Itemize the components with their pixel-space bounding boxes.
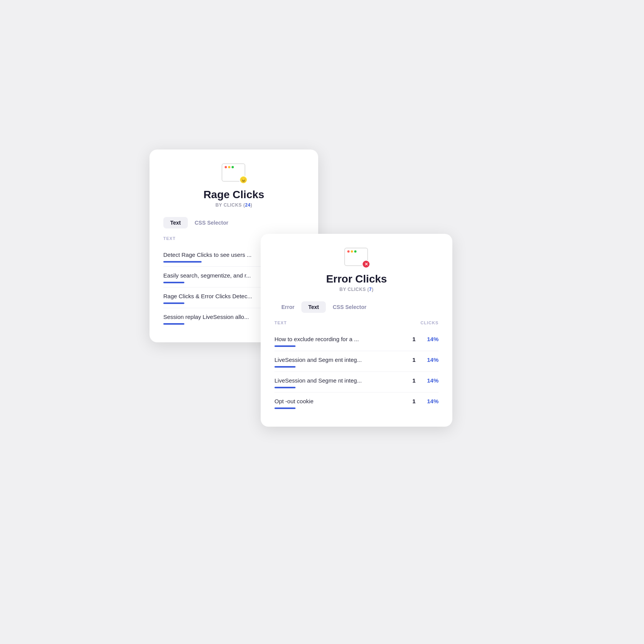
rage-tab-css[interactable]: CSS Selector [188,217,235,228]
item-count: 1 [412,377,416,384]
error-card-subtitle: BY CLICKS (7) [340,287,374,292]
item-text: Detect Rage Clicks to see users ... [163,251,251,258]
item-row: Opt -out cookie 1 14% [274,398,439,404]
dot-green [232,166,234,168]
error-clicks-card: ✕ Error Clicks BY CLICKS (7) Error Text … [261,234,452,427]
item-pct: 14% [423,356,439,363]
item-text: Rage Clicks & Error Clicks Detec... [163,293,252,299]
rage-click-count: 24 [245,202,250,208]
rage-tab-row: Text CSS Selector [163,217,304,228]
error-card-title: Error Clicks [326,273,387,285]
scene: 😠 Rage Clicks BY CLICKS (24) Text CSS Se… [150,150,495,495]
dot-yellow [351,250,353,253]
rage-card-subtitle: BY CLICKS (24) [215,202,252,208]
error-tab-row: Error Text CSS Selector [274,301,439,313]
rage-card-title: Rage Clicks [204,189,264,201]
dot-yellow [228,166,230,168]
progress-track [274,407,439,409]
rage-icon: 😠 [222,163,246,183]
rage-tab-text[interactable]: Text [163,217,188,228]
col-text-label: TEXT [274,320,287,325]
item-pct: 14% [423,377,439,384]
error-tab-text[interactable]: Text [301,301,326,313]
list-item: Opt -out cookie 1 14% [274,393,439,413]
progress-fill [163,261,202,263]
progress-fill [163,282,184,283]
dot-red [347,250,350,253]
col-clicks-label: CLICKS [421,320,439,325]
progress-fill [163,302,184,304]
item-row: LiveSession and Segm ent integ... 1 14% [274,356,439,363]
progress-track [274,345,439,347]
list-item: LiveSession and Segme nt integ... 1 14% [274,372,439,393]
item-pct: 14% [423,336,439,342]
item-row: LiveSession and Segme nt integ... 1 14% [274,377,439,384]
error-card-header: ✕ Error Clicks BY CLICKS (7) [274,248,439,292]
item-count: 1 [412,398,416,404]
item-text: LiveSession and Segm ent integ... [274,356,405,363]
error-click-count: 7 [369,287,372,292]
dot-red [225,166,227,168]
item-text: Easily search, segmentize, and r... [163,272,251,279]
item-row: How to exclude recording for a ... 1 14% [274,336,439,342]
error-x-badge: ✕ [362,260,370,268]
rage-emoji-badge: 😠 [239,176,248,184]
error-icon: ✕ [344,248,369,268]
item-text: Session replay LiveSession allo... [163,314,249,320]
progress-fill [163,323,184,325]
item-text: LiveSession and Segme nt integ... [274,377,405,384]
progress-fill [274,345,296,347]
item-text: Opt -out cookie [274,398,405,404]
error-columns-header: TEXT CLICKS [274,320,439,325]
progress-fill [274,407,296,409]
dot-green [354,250,356,253]
rage-card-header: 😠 Rage Clicks BY CLICKS (24) [163,163,304,208]
error-tab-error[interactable]: Error [274,301,301,313]
list-item: LiveSession and Segm ent integ... 1 14% [274,351,439,372]
item-count: 1 [412,336,416,342]
item-count: 1 [412,356,416,363]
error-tab-css[interactable]: CSS Selector [326,301,373,313]
item-pct: 14% [423,398,439,404]
list-item: How to exclude recording for a ... 1 14% [274,330,439,351]
error-list: How to exclude recording for a ... 1 14%… [274,330,439,413]
progress-fill [274,387,296,388]
item-text: How to exclude recording for a ... [274,336,405,342]
progress-fill [274,366,296,368]
progress-track [274,387,439,388]
progress-track [274,366,439,368]
